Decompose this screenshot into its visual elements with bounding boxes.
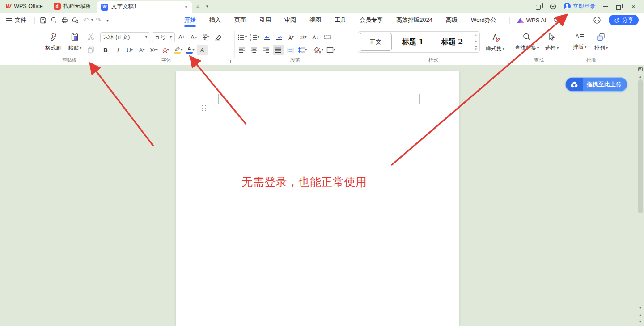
vertical-scrollbar[interactable]: ▲ ▼ ▲ ▼ [636,65,644,326]
typeset-button[interactable]: A 排版▾ [569,28,590,55]
font-family-select[interactable]: 宋体 (正文) ▾ [100,32,150,42]
tab-tools[interactable]: 工具 [328,13,353,28]
format-painter-button[interactable]: 格式刷 [42,28,64,55]
ruler-toggle-button[interactable] [636,66,644,72]
tab-references[interactable]: 引用 [253,13,278,28]
close-window-button[interactable]: × [630,3,637,10]
font-size-select[interactable]: 五号 ▾ [152,32,175,42]
text-direction-button[interactable]: ⇄▾ [298,32,309,42]
scroll-up-button[interactable]: ▲ [636,73,644,79]
style-heading1[interactable]: 标题 1 [393,32,432,52]
quick-access-more-button[interactable]: ▾ [104,18,111,23]
clipboard-expander-icon[interactable] [92,60,94,63]
previous-page-button[interactable]: ▲ [636,312,644,318]
line-spacing-button[interactable]: ▾ [297,45,308,55]
font-expander-icon[interactable] [228,60,231,63]
justify-button[interactable] [273,45,284,55]
share-button[interactable]: 分享 [609,15,639,25]
styles-expander-icon[interactable] [504,60,507,63]
sort-button[interactable]: A↓ [310,32,321,42]
shrink-font-button[interactable]: A− [188,32,199,42]
style-gallery-down-icon[interactable]: ▾ [475,40,477,43]
tab-member[interactable]: 会员专享 [353,13,390,28]
bold-button[interactable]: B [100,45,111,55]
export-pdf-button[interactable] [48,15,59,25]
distribute-button[interactable] [285,45,296,55]
italic-button[interactable]: I [112,45,123,55]
text-effects-button[interactable]: A▾ [161,45,171,55]
docer-logo-icon: d [54,3,61,10]
integration-button[interactable] [550,3,556,10]
tab-document[interactable]: W 文字文稿1 × [97,1,192,13]
align-right-button[interactable] [261,45,271,55]
arrange-button[interactable]: 排列▾ [590,28,612,55]
print-button[interactable] [59,15,70,25]
next-page-button[interactable]: ▼ [636,318,644,325]
drag-upload-button[interactable]: 拖拽至此上传 [565,77,627,92]
align-center-button[interactable] [249,45,259,55]
scroll-down-button[interactable]: ▼ [636,305,644,311]
tab-home[interactable]: 开始 [178,13,203,28]
cut-button[interactable] [85,31,96,42]
numbered-list-button[interactable]: 123 ▾ [249,32,260,42]
tab-advanced[interactable]: 高级 [439,13,464,28]
borders-button[interactable]: ▾ [326,45,336,55]
new-tab-button[interactable]: + [192,3,203,10]
superscript-button[interactable]: X2▾ [148,45,159,55]
tab-insert[interactable]: 插入 [203,13,228,28]
redo-button[interactable]: ↷ [93,15,104,25]
tab-view[interactable]: 视图 [303,13,328,28]
restore-button[interactable] [616,3,623,10]
login-button[interactable]: 立即登录 [564,3,595,10]
grow-font-button[interactable]: A+ [176,32,187,42]
clear-format-button[interactable] [212,32,223,42]
paste-button[interactable]: 粘贴▾ [64,28,85,55]
close-tab-icon[interactable]: × [185,4,188,10]
copy-button[interactable] [85,45,96,55]
style-normal[interactable]: 正文 [360,33,392,51]
increase-indent-button[interactable] [274,32,284,42]
wps-ai-button[interactable]: WPS AI [513,17,551,24]
minimize-button[interactable] [602,3,609,10]
distribute-icon [287,47,294,53]
decrease-indent-button[interactable] [262,32,272,42]
assistant-button[interactable] [592,15,602,25]
search-button[interactable] [551,15,562,25]
tab-review[interactable]: 审阅 [278,13,303,28]
tab-docer-templates[interactable]: d 找稻壳模板 [48,0,97,13]
print-preview-button[interactable] [70,15,80,25]
paragraph-drag-handle[interactable] [202,105,206,111]
tab-wps-office[interactable]: W WPS Office [0,0,48,13]
highlight-color-button[interactable]: ▾ [173,45,183,55]
align-left-button[interactable] [237,45,247,55]
style-gallery-more-icon[interactable]: ▾ [475,46,477,51]
tab-efficient-typeset[interactable]: 高效排版2024 [390,13,439,28]
tab-page[interactable]: 页面 [228,13,253,28]
shading-button[interactable]: ▾ [313,45,324,55]
underline-button[interactable]: U▾ [124,45,135,55]
tab-list-button[interactable]: ▾ [203,4,211,8]
phonetic-guide-button[interactable]: pīn文 ▾ [200,32,211,42]
document-canvas[interactable]: 无需登录，也能正常使用 拖拽至此上传 ▲ ▼ ▲ ▼ [0,65,644,326]
scrollbar-thumb[interactable] [638,79,643,213]
select-button[interactable]: 选择▾ [541,28,563,55]
style-heading2[interactable]: 标题 2 [432,32,472,52]
chinese-layout-button[interactable]: ↔A ▾ [286,32,297,42]
tab-word-office[interactable]: Word办公 [464,13,503,28]
undo-button[interactable]: ↶ [80,15,91,25]
chevron-down-icon: ▾ [305,35,306,39]
document-page[interactable] [176,71,459,326]
copy-icon [87,46,95,54]
font-color-button[interactable]: A ▾ [185,45,195,55]
style-set-button[interactable]: A 样式集▾ [483,31,508,55]
bullet-list-button[interactable]: ▾ [237,32,248,42]
split-view-button[interactable] [536,3,542,10]
save-button[interactable] [38,15,48,25]
strikethrough-button[interactable]: A▾ [136,45,147,55]
find-replace-button[interactable]: 查找替换▾ [513,28,541,55]
char-shading-button[interactable]: A [197,45,208,55]
tab-stops-button[interactable] [322,32,333,42]
file-menu-button[interactable]: 文件 [0,16,32,24]
paragraph-expander-icon[interactable] [349,60,352,63]
style-gallery-up-icon[interactable]: ▴ [475,33,477,37]
